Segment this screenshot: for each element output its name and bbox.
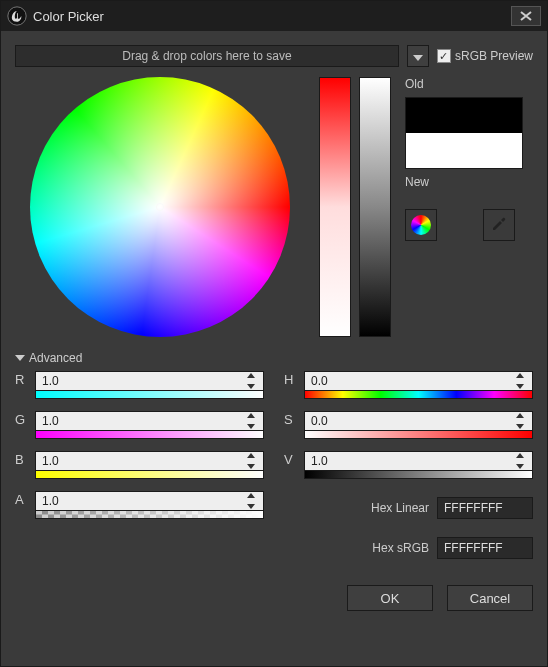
srgb-label: sRGB Preview	[455, 49, 533, 63]
b-label: B	[15, 451, 29, 467]
hex-linear-label: Hex Linear	[371, 501, 429, 515]
color-wheel[interactable]	[30, 77, 290, 337]
v-label: V	[284, 451, 298, 467]
value-vertical-slider[interactable]	[359, 77, 391, 337]
s-label: S	[284, 411, 298, 427]
ok-button[interactable]: OK	[347, 585, 433, 611]
new-color-swatch	[406, 133, 522, 168]
cancel-button[interactable]: Cancel	[447, 585, 533, 611]
h-slider[interactable]	[304, 391, 533, 399]
spinner-icon[interactable]	[516, 413, 530, 429]
g-slider[interactable]	[35, 431, 264, 439]
hex-srgb-label: Hex sRGB	[372, 541, 429, 555]
a-input[interactable]: 1.0	[35, 491, 264, 511]
chevron-down-icon	[413, 47, 423, 65]
hex-linear-input[interactable]: FFFFFFFF	[437, 497, 533, 519]
saved-colors-bar[interactable]: Drag & drop colors here to save	[15, 45, 399, 67]
color-wheel-area	[15, 77, 305, 337]
v-slider[interactable]	[304, 471, 533, 479]
color-picker-window: Color Picker Drag & drop colors here to …	[0, 0, 548, 667]
saved-colors-dropdown[interactable]	[407, 45, 429, 67]
dialog-body: Drag & drop colors here to save ✓ sRGB P…	[1, 31, 547, 666]
h-label: H	[284, 371, 298, 387]
window-title: Color Picker	[33, 9, 511, 24]
expand-triangle-icon	[15, 355, 25, 361]
wheel-cursor-icon[interactable]	[156, 203, 164, 211]
advanced-label: Advanced	[29, 351, 82, 365]
r-label: R	[15, 371, 29, 387]
r-input[interactable]: 1.0	[35, 371, 264, 391]
unreal-logo-icon	[7, 6, 27, 26]
eyedropper-icon	[490, 215, 508, 236]
spinner-icon[interactable]	[516, 373, 530, 389]
spinner-icon[interactable]	[247, 413, 261, 429]
color-wheel-icon	[411, 215, 431, 235]
eyedropper-button[interactable]	[483, 209, 515, 241]
g-label: G	[15, 411, 29, 427]
spinner-icon[interactable]	[247, 453, 261, 469]
srgb-preview-toggle[interactable]: ✓ sRGB Preview	[437, 49, 533, 63]
v-input[interactable]: 1.0	[304, 451, 533, 471]
s-input[interactable]: 0.0	[304, 411, 533, 431]
spinner-icon[interactable]	[516, 453, 530, 469]
color-wheel-mode-button[interactable]	[405, 209, 437, 241]
hex-srgb-input[interactable]: FFFFFFFF	[437, 537, 533, 559]
s-slider[interactable]	[304, 431, 533, 439]
b-slider[interactable]	[35, 471, 264, 479]
r-slider[interactable]	[35, 391, 264, 399]
spinner-icon[interactable]	[247, 373, 261, 389]
spinner-icon[interactable]	[247, 493, 261, 509]
close-button[interactable]	[511, 6, 541, 26]
color-compare-swatch[interactable]	[405, 97, 523, 169]
titlebar[interactable]: Color Picker	[1, 1, 547, 31]
old-color-swatch	[406, 98, 522, 133]
checkbox-icon: ✓	[437, 49, 451, 63]
new-label: New	[405, 175, 533, 189]
h-input[interactable]: 0.0	[304, 371, 533, 391]
a-slider[interactable]	[35, 511, 264, 519]
close-icon	[520, 7, 532, 25]
b-input[interactable]: 1.0	[35, 451, 264, 471]
g-input[interactable]: 1.0	[35, 411, 264, 431]
saturation-vertical-slider[interactable]	[319, 77, 351, 337]
old-label: Old	[405, 77, 533, 91]
advanced-toggle[interactable]: Advanced	[15, 351, 533, 365]
a-label: A	[15, 491, 29, 507]
